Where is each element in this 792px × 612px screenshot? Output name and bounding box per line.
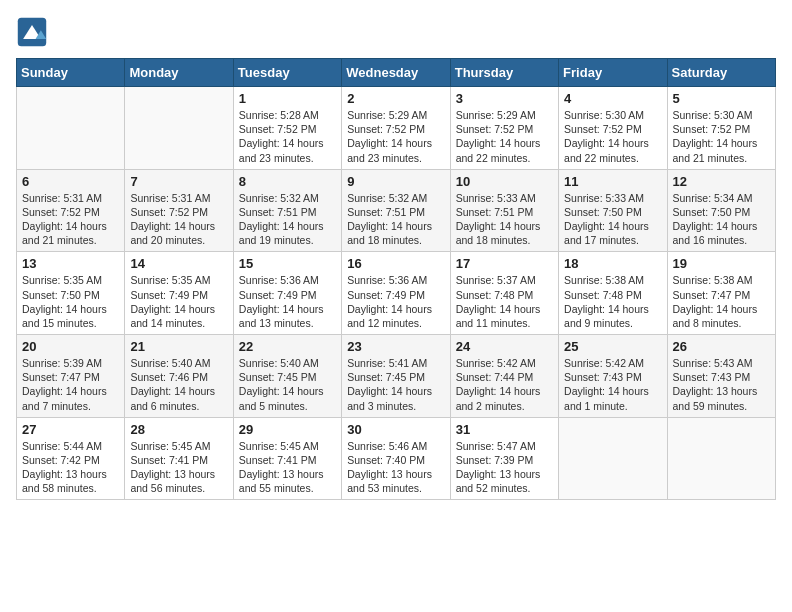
day-number: 21 [130,339,227,354]
logo-icon [16,16,48,48]
day-info: Sunrise: 5:35 AM Sunset: 7:50 PM Dayligh… [22,273,119,330]
calendar-cell: 17Sunrise: 5:37 AM Sunset: 7:48 PM Dayli… [450,252,558,335]
day-number: 12 [673,174,770,189]
calendar-week-3: 13Sunrise: 5:35 AM Sunset: 7:50 PM Dayli… [17,252,776,335]
day-info: Sunrise: 5:35 AM Sunset: 7:49 PM Dayligh… [130,273,227,330]
day-info: Sunrise: 5:37 AM Sunset: 7:48 PM Dayligh… [456,273,553,330]
day-info: Sunrise: 5:38 AM Sunset: 7:47 PM Dayligh… [673,273,770,330]
calendar-week-5: 27Sunrise: 5:44 AM Sunset: 7:42 PM Dayli… [17,417,776,500]
calendar-week-4: 20Sunrise: 5:39 AM Sunset: 7:47 PM Dayli… [17,335,776,418]
day-number: 4 [564,91,661,106]
calendar-cell: 13Sunrise: 5:35 AM Sunset: 7:50 PM Dayli… [17,252,125,335]
day-info: Sunrise: 5:28 AM Sunset: 7:52 PM Dayligh… [239,108,336,165]
day-info: Sunrise: 5:31 AM Sunset: 7:52 PM Dayligh… [22,191,119,248]
logo [16,16,52,48]
day-info: Sunrise: 5:29 AM Sunset: 7:52 PM Dayligh… [347,108,444,165]
day-info: Sunrise: 5:31 AM Sunset: 7:52 PM Dayligh… [130,191,227,248]
calendar-cell [667,417,775,500]
weekday-header-tuesday: Tuesday [233,59,341,87]
day-number: 19 [673,256,770,271]
calendar-cell: 19Sunrise: 5:38 AM Sunset: 7:47 PM Dayli… [667,252,775,335]
day-number: 14 [130,256,227,271]
day-info: Sunrise: 5:47 AM Sunset: 7:39 PM Dayligh… [456,439,553,496]
calendar-cell: 11Sunrise: 5:33 AM Sunset: 7:50 PM Dayli… [559,169,667,252]
day-info: Sunrise: 5:38 AM Sunset: 7:48 PM Dayligh… [564,273,661,330]
day-number: 23 [347,339,444,354]
calendar-cell: 21Sunrise: 5:40 AM Sunset: 7:46 PM Dayli… [125,335,233,418]
day-info: Sunrise: 5:32 AM Sunset: 7:51 PM Dayligh… [347,191,444,248]
calendar-cell: 9Sunrise: 5:32 AM Sunset: 7:51 PM Daylig… [342,169,450,252]
weekday-header-saturday: Saturday [667,59,775,87]
day-info: Sunrise: 5:33 AM Sunset: 7:50 PM Dayligh… [564,191,661,248]
day-number: 26 [673,339,770,354]
day-info: Sunrise: 5:44 AM Sunset: 7:42 PM Dayligh… [22,439,119,496]
day-number: 15 [239,256,336,271]
calendar-cell: 5Sunrise: 5:30 AM Sunset: 7:52 PM Daylig… [667,87,775,170]
day-number: 24 [456,339,553,354]
day-info: Sunrise: 5:39 AM Sunset: 7:47 PM Dayligh… [22,356,119,413]
calendar-cell: 25Sunrise: 5:42 AM Sunset: 7:43 PM Dayli… [559,335,667,418]
calendar-week-2: 6Sunrise: 5:31 AM Sunset: 7:52 PM Daylig… [17,169,776,252]
day-info: Sunrise: 5:45 AM Sunset: 7:41 PM Dayligh… [239,439,336,496]
calendar-cell: 30Sunrise: 5:46 AM Sunset: 7:40 PM Dayli… [342,417,450,500]
day-number: 31 [456,422,553,437]
day-info: Sunrise: 5:29 AM Sunset: 7:52 PM Dayligh… [456,108,553,165]
weekday-header-thursday: Thursday [450,59,558,87]
day-info: Sunrise: 5:36 AM Sunset: 7:49 PM Dayligh… [239,273,336,330]
day-number: 9 [347,174,444,189]
calendar-cell: 3Sunrise: 5:29 AM Sunset: 7:52 PM Daylig… [450,87,558,170]
calendar-cell: 24Sunrise: 5:42 AM Sunset: 7:44 PM Dayli… [450,335,558,418]
calendar-cell: 15Sunrise: 5:36 AM Sunset: 7:49 PM Dayli… [233,252,341,335]
weekday-header-wednesday: Wednesday [342,59,450,87]
day-number: 7 [130,174,227,189]
day-number: 18 [564,256,661,271]
day-number: 17 [456,256,553,271]
calendar-cell [125,87,233,170]
calendar-cell: 10Sunrise: 5:33 AM Sunset: 7:51 PM Dayli… [450,169,558,252]
calendar-cell: 7Sunrise: 5:31 AM Sunset: 7:52 PM Daylig… [125,169,233,252]
weekday-header-row: SundayMondayTuesdayWednesdayThursdayFrid… [17,59,776,87]
calendar-cell: 31Sunrise: 5:47 AM Sunset: 7:39 PM Dayli… [450,417,558,500]
day-number: 13 [22,256,119,271]
day-info: Sunrise: 5:34 AM Sunset: 7:50 PM Dayligh… [673,191,770,248]
calendar-cell: 14Sunrise: 5:35 AM Sunset: 7:49 PM Dayli… [125,252,233,335]
day-number: 28 [130,422,227,437]
day-info: Sunrise: 5:41 AM Sunset: 7:45 PM Dayligh… [347,356,444,413]
day-info: Sunrise: 5:32 AM Sunset: 7:51 PM Dayligh… [239,191,336,248]
day-number: 29 [239,422,336,437]
calendar-cell [559,417,667,500]
day-info: Sunrise: 5:42 AM Sunset: 7:43 PM Dayligh… [564,356,661,413]
day-info: Sunrise: 5:33 AM Sunset: 7:51 PM Dayligh… [456,191,553,248]
day-info: Sunrise: 5:43 AM Sunset: 7:43 PM Dayligh… [673,356,770,413]
calendar-cell: 29Sunrise: 5:45 AM Sunset: 7:41 PM Dayli… [233,417,341,500]
calendar-cell: 4Sunrise: 5:30 AM Sunset: 7:52 PM Daylig… [559,87,667,170]
day-number: 8 [239,174,336,189]
day-number: 30 [347,422,444,437]
day-info: Sunrise: 5:36 AM Sunset: 7:49 PM Dayligh… [347,273,444,330]
day-number: 1 [239,91,336,106]
day-number: 22 [239,339,336,354]
day-number: 20 [22,339,119,354]
calendar-table: SundayMondayTuesdayWednesdayThursdayFrid… [16,58,776,500]
day-number: 25 [564,339,661,354]
calendar-cell: 28Sunrise: 5:45 AM Sunset: 7:41 PM Dayli… [125,417,233,500]
page-header [16,16,776,48]
weekday-header-sunday: Sunday [17,59,125,87]
day-info: Sunrise: 5:42 AM Sunset: 7:44 PM Dayligh… [456,356,553,413]
calendar-cell: 18Sunrise: 5:38 AM Sunset: 7:48 PM Dayli… [559,252,667,335]
day-number: 27 [22,422,119,437]
day-number: 11 [564,174,661,189]
calendar-cell: 27Sunrise: 5:44 AM Sunset: 7:42 PM Dayli… [17,417,125,500]
day-info: Sunrise: 5:46 AM Sunset: 7:40 PM Dayligh… [347,439,444,496]
calendar-cell: 20Sunrise: 5:39 AM Sunset: 7:47 PM Dayli… [17,335,125,418]
day-info: Sunrise: 5:40 AM Sunset: 7:46 PM Dayligh… [130,356,227,413]
calendar-cell: 23Sunrise: 5:41 AM Sunset: 7:45 PM Dayli… [342,335,450,418]
day-number: 6 [22,174,119,189]
day-number: 3 [456,91,553,106]
calendar-week-1: 1Sunrise: 5:28 AM Sunset: 7:52 PM Daylig… [17,87,776,170]
calendar-cell: 12Sunrise: 5:34 AM Sunset: 7:50 PM Dayli… [667,169,775,252]
day-info: Sunrise: 5:40 AM Sunset: 7:45 PM Dayligh… [239,356,336,413]
day-info: Sunrise: 5:45 AM Sunset: 7:41 PM Dayligh… [130,439,227,496]
day-number: 10 [456,174,553,189]
day-number: 16 [347,256,444,271]
